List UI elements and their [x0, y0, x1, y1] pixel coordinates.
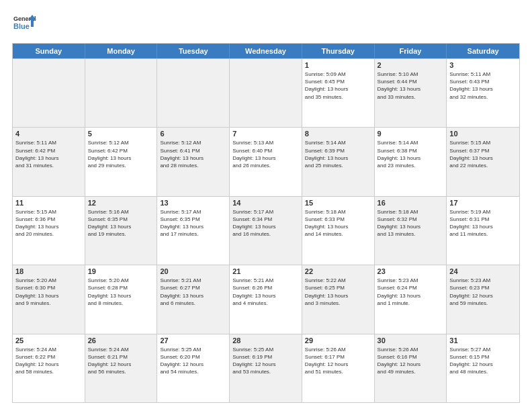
- day-info: Sunrise: 5:12 AMSunset: 6:41 PMDaylight:…: [160, 139, 226, 169]
- empty-cell: [13, 59, 85, 127]
- day-cell-17: 17Sunrise: 5:19 AMSunset: 6:31 PMDayligh…: [447, 197, 519, 265]
- day-cell-2: 2Sunrise: 5:10 AMSunset: 6:44 PMDaylight…: [375, 59, 447, 127]
- day-info: Sunrise: 5:19 AMSunset: 6:31 PMDaylight:…: [449, 208, 517, 238]
- day-number: 8: [305, 130, 371, 138]
- day-cell-10: 10Sunrise: 5:15 AMSunset: 6:37 PMDayligh…: [447, 128, 519, 195]
- week-row-2: 4Sunrise: 5:11 AMSunset: 6:42 PMDaylight…: [13, 127, 519, 195]
- calendar: SundayMondayTuesdayWednesdayThursdayFrid…: [12, 43, 520, 403]
- day-number: 4: [15, 130, 82, 138]
- day-cell-13: 13Sunrise: 5:17 AMSunset: 6:35 PMDayligh…: [157, 197, 230, 265]
- day-number: 21: [232, 267, 299, 275]
- day-cell-18: 18Sunrise: 5:20 AMSunset: 6:30 PMDayligh…: [13, 265, 85, 333]
- day-info: Sunrise: 5:10 AMSunset: 6:44 PMDaylight:…: [378, 71, 444, 101]
- header-day-monday: Monday: [85, 44, 158, 58]
- day-info: Sunrise: 5:23 AMSunset: 6:23 PMDaylight:…: [449, 277, 517, 307]
- day-cell-30: 30Sunrise: 5:26 AMSunset: 6:16 PMDayligh…: [375, 334, 447, 402]
- day-info: Sunrise: 5:23 AMSunset: 6:24 PMDaylight:…: [378, 277, 444, 307]
- day-cell-24: 24Sunrise: 5:23 AMSunset: 6:23 PMDayligh…: [447, 265, 519, 333]
- header-day-tuesday: Tuesday: [157, 44, 230, 58]
- header: General Blue: [12, 12, 520, 36]
- day-cell-1: 1Sunrise: 5:09 AMSunset: 6:45 PMDaylight…: [302, 59, 375, 127]
- day-info: Sunrise: 5:14 AMSunset: 6:39 PMDaylight:…: [305, 139, 371, 169]
- day-info: Sunrise: 5:12 AMSunset: 6:42 PMDaylight:…: [88, 139, 154, 169]
- day-info: Sunrise: 5:25 AMSunset: 6:19 PMDaylight:…: [232, 346, 299, 376]
- header-day-sunday: Sunday: [13, 44, 85, 58]
- day-number: 22: [305, 267, 371, 275]
- day-cell-8: 8Sunrise: 5:14 AMSunset: 6:39 PMDaylight…: [302, 128, 375, 195]
- day-info: Sunrise: 5:16 AMSunset: 6:35 PMDaylight:…: [88, 208, 154, 238]
- day-cell-11: 11Sunrise: 5:15 AMSunset: 6:36 PMDayligh…: [13, 197, 85, 265]
- day-info: Sunrise: 5:14 AMSunset: 6:38 PMDaylight:…: [378, 139, 444, 169]
- header-day-saturday: Saturday: [447, 44, 519, 58]
- day-cell-7: 7Sunrise: 5:13 AMSunset: 6:40 PMDaylight…: [230, 128, 302, 195]
- day-number: 7: [232, 130, 299, 138]
- day-info: Sunrise: 5:21 AMSunset: 6:27 PMDaylight:…: [160, 277, 226, 307]
- day-number: 17: [449, 199, 517, 207]
- day-cell-12: 12Sunrise: 5:16 AMSunset: 6:35 PMDayligh…: [85, 197, 158, 265]
- week-row-5: 25Sunrise: 5:24 AMSunset: 6:22 PMDayligh…: [13, 334, 519, 402]
- day-cell-21: 21Sunrise: 5:21 AMSunset: 6:26 PMDayligh…: [230, 265, 302, 333]
- day-number: 2: [378, 61, 444, 69]
- empty-cell: [85, 59, 158, 127]
- logo-icon: General Blue: [12, 12, 36, 36]
- day-number: 24: [449, 267, 517, 275]
- day-cell-15: 15Sunrise: 5:18 AMSunset: 6:33 PMDayligh…: [302, 197, 375, 265]
- day-number: 11: [15, 199, 82, 207]
- day-number: 20: [160, 267, 226, 275]
- day-cell-31: 31Sunrise: 5:27 AMSunset: 6:15 PMDayligh…: [447, 334, 519, 402]
- day-number: 13: [160, 199, 226, 207]
- day-number: 18: [15, 267, 82, 275]
- day-cell-25: 25Sunrise: 5:24 AMSunset: 6:22 PMDayligh…: [13, 334, 85, 402]
- day-info: Sunrise: 5:11 AMSunset: 6:42 PMDaylight:…: [15, 139, 82, 169]
- day-number: 29: [305, 336, 371, 345]
- day-info: Sunrise: 5:17 AMSunset: 6:35 PMDaylight:…: [160, 208, 226, 238]
- day-cell-16: 16Sunrise: 5:18 AMSunset: 6:32 PMDayligh…: [375, 197, 447, 265]
- logo: General Blue: [12, 12, 36, 36]
- header-day-friday: Friday: [375, 44, 447, 58]
- day-cell-9: 9Sunrise: 5:14 AMSunset: 6:38 PMDaylight…: [375, 128, 447, 195]
- page: General Blue SundayMondayTuesdayWednesda…: [0, 0, 532, 411]
- day-info: Sunrise: 5:15 AMSunset: 6:36 PMDaylight:…: [15, 208, 82, 238]
- day-cell-3: 3Sunrise: 5:11 AMSunset: 6:43 PMDaylight…: [447, 59, 519, 127]
- day-number: 10: [449, 130, 517, 138]
- day-cell-26: 26Sunrise: 5:24 AMSunset: 6:21 PMDayligh…: [85, 334, 158, 402]
- day-cell-27: 27Sunrise: 5:25 AMSunset: 6:20 PMDayligh…: [157, 334, 230, 402]
- day-number: 3: [449, 61, 517, 69]
- day-info: Sunrise: 5:17 AMSunset: 6:34 PMDaylight:…: [232, 208, 299, 238]
- day-info: Sunrise: 5:18 AMSunset: 6:33 PMDaylight:…: [305, 208, 371, 238]
- day-info: Sunrise: 5:15 AMSunset: 6:37 PMDaylight:…: [449, 139, 517, 169]
- day-cell-23: 23Sunrise: 5:23 AMSunset: 6:24 PMDayligh…: [375, 265, 447, 333]
- day-number: 1: [305, 61, 371, 69]
- week-row-3: 11Sunrise: 5:15 AMSunset: 6:36 PMDayligh…: [13, 196, 519, 265]
- day-cell-14: 14Sunrise: 5:17 AMSunset: 6:34 PMDayligh…: [230, 197, 302, 265]
- svg-text:Blue: Blue: [13, 22, 30, 30]
- day-cell-5: 5Sunrise: 5:12 AMSunset: 6:42 PMDaylight…: [85, 128, 158, 195]
- day-info: Sunrise: 5:13 AMSunset: 6:40 PMDaylight:…: [232, 139, 299, 169]
- day-number: 23: [378, 267, 444, 275]
- week-row-1: 1Sunrise: 5:09 AMSunset: 6:45 PMDaylight…: [13, 58, 519, 127]
- day-info: Sunrise: 5:26 AMSunset: 6:17 PMDaylight:…: [305, 346, 371, 376]
- day-cell-4: 4Sunrise: 5:11 AMSunset: 6:42 PMDaylight…: [13, 128, 85, 195]
- day-number: 30: [378, 336, 444, 345]
- day-cell-29: 29Sunrise: 5:26 AMSunset: 6:17 PMDayligh…: [302, 334, 375, 402]
- day-number: 25: [15, 336, 82, 345]
- day-number: 5: [88, 130, 154, 138]
- week-row-4: 18Sunrise: 5:20 AMSunset: 6:30 PMDayligh…: [13, 265, 519, 333]
- header-day-wednesday: Wednesday: [230, 44, 302, 58]
- day-number: 12: [88, 199, 154, 207]
- day-number: 19: [88, 267, 154, 275]
- day-info: Sunrise: 5:24 AMSunset: 6:21 PMDaylight:…: [88, 346, 154, 376]
- day-info: Sunrise: 5:24 AMSunset: 6:22 PMDaylight:…: [15, 346, 82, 376]
- day-info: Sunrise: 5:18 AMSunset: 6:32 PMDaylight:…: [378, 208, 444, 238]
- day-info: Sunrise: 5:20 AMSunset: 6:28 PMDaylight:…: [88, 277, 154, 307]
- day-cell-20: 20Sunrise: 5:21 AMSunset: 6:27 PMDayligh…: [157, 265, 230, 333]
- calendar-header: SundayMondayTuesdayWednesdayThursdayFrid…: [13, 44, 519, 58]
- day-info: Sunrise: 5:27 AMSunset: 6:15 PMDaylight:…: [449, 346, 517, 376]
- day-number: 26: [88, 336, 154, 345]
- day-cell-6: 6Sunrise: 5:12 AMSunset: 6:41 PMDaylight…: [157, 128, 230, 195]
- day-info: Sunrise: 5:22 AMSunset: 6:25 PMDaylight:…: [305, 277, 371, 307]
- day-number: 16: [378, 199, 444, 207]
- day-number: 14: [232, 199, 299, 207]
- calendar-body: 1Sunrise: 5:09 AMSunset: 6:45 PMDaylight…: [13, 58, 519, 402]
- day-cell-28: 28Sunrise: 5:25 AMSunset: 6:19 PMDayligh…: [230, 334, 302, 402]
